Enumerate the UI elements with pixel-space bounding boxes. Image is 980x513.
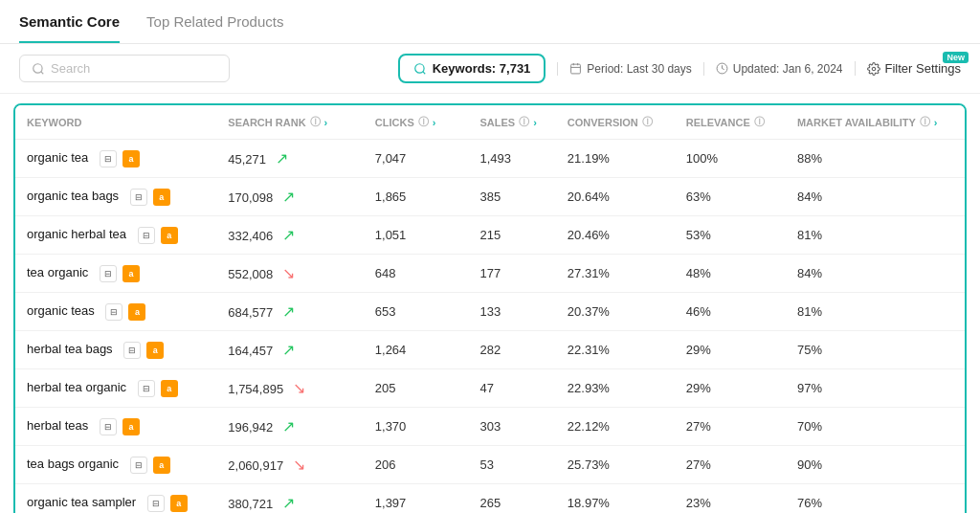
search-rank-cell: 1,754,895 ↘	[216, 369, 364, 408]
search-rank-cell: 170,098 ↗	[216, 178, 364, 216]
new-badge: New	[943, 52, 969, 63]
keyword-text: organic tea	[27, 150, 88, 165]
conversion-cell: 22.12%	[556, 408, 675, 446]
amazon-icon[interactable]: a	[161, 227, 178, 244]
clock-icon	[716, 62, 728, 75]
sales-cell: 47	[468, 369, 555, 408]
market-availability-cell: 81%	[786, 293, 965, 331]
market-availability-cell: 84%	[786, 255, 965, 293]
amazon-icon[interactable]: a	[122, 150, 140, 167]
relevance-cell: 29%	[675, 331, 786, 369]
top-nav: Semantic Core Top Related Products	[0, 0, 980, 44]
tab-semantic-core[interactable]: Semantic Core	[19, 13, 120, 43]
keyword-cell: organic tea ⊟ a	[15, 140, 216, 178]
trend-up-icon: ↗	[282, 495, 295, 511]
table-row: organic tea sampler ⊟ a 380,721 ↗ 1,397 …	[15, 484, 965, 514]
amazon-icon[interactable]: a	[146, 342, 164, 359]
amazon-icon[interactable]: a	[122, 418, 140, 435]
svg-rect-4	[571, 64, 581, 74]
col-relevance: RELEVANCE ⓘ	[675, 105, 786, 140]
table-row: herbal teas ⊟ a 196,942 ↗ 1,370 303 22.1…	[15, 408, 965, 446]
keyword-text: organic teas	[27, 303, 95, 318]
keyword-cell: tea bags organic ⊟ a	[15, 446, 216, 484]
col-clicks: CLICKS ⓘ ›	[364, 105, 469, 140]
amazon-icon[interactable]: a	[170, 495, 188, 512]
clicks-cell: 1,264	[364, 331, 469, 369]
table-row: herbal tea organic ⊟ a 1,754,895 ↘ 205 4…	[15, 369, 965, 408]
amazon-icon[interactable]: a	[161, 380, 178, 397]
market-availability-cell: 88%	[786, 140, 965, 178]
keyword-text: organic tea bags	[27, 189, 119, 203]
relevance-cell: 63%	[675, 178, 786, 216]
filter-icon[interactable]: ⊟	[100, 265, 117, 282]
clicks-cell: 648	[364, 255, 469, 293]
filter-icon[interactable]: ⊟	[130, 457, 147, 474]
rank-value: 196,942	[228, 420, 273, 435]
relevance-cell: 48%	[675, 255, 786, 293]
filter-icon[interactable]: ⊟	[100, 150, 117, 167]
calendar-icon	[569, 62, 582, 75]
svg-line-1	[41, 71, 44, 74]
market-availability-cell: 84%	[786, 178, 965, 216]
keyword-text: herbal teas	[27, 418, 88, 433]
keyword-cell: tea organic ⊟ a	[15, 255, 216, 293]
trend-up-icon: ↗	[282, 189, 295, 205]
svg-line-3	[422, 71, 425, 74]
rank-value: 332,406	[228, 229, 273, 243]
period-label: Period: Last 30 days	[557, 62, 691, 76]
conversion-cell: 18.97%	[556, 484, 675, 514]
filter-icon[interactable]: ⊟	[100, 418, 117, 435]
keywords-badge[interactable]: Keywords: 7,731	[398, 54, 546, 83]
search-placeholder: Search	[51, 61, 90, 76]
search-box[interactable]: Search	[19, 55, 230, 82]
conversion-cell: 22.31%	[556, 331, 675, 369]
table-row: organic tea ⊟ a 45,271 ↗ 7,047 1,493 21.…	[15, 140, 965, 178]
keyword-text: organic tea sampler	[27, 495, 136, 509]
rank-value: 2,060,917	[228, 458, 283, 473]
col-sales: SALES ⓘ ›	[468, 105, 555, 140]
filter-icon[interactable]: ⊟	[123, 342, 141, 359]
col-keyword: KEYWORD	[15, 105, 216, 140]
clicks-cell: 1,370	[364, 408, 469, 446]
relevance-cell: 27%	[675, 408, 786, 446]
relevance-cell: 27%	[675, 446, 786, 484]
svg-point-9	[872, 67, 876, 71]
keyword-text: herbal tea bags	[27, 342, 113, 356]
trend-up-icon: ↗	[282, 418, 295, 435]
filter-icon[interactable]: ⊟	[147, 495, 165, 512]
amazon-icon[interactable]: a	[153, 457, 170, 474]
clicks-cell: 7,047	[364, 140, 469, 178]
filter-icon[interactable]: ⊟	[105, 303, 122, 321]
filter-icon[interactable]: ⊟	[138, 380, 155, 397]
filter-icon[interactable]: ⊟	[138, 227, 155, 244]
keyword-text: herbal tea organic	[27, 380, 126, 394]
tab-top-related-products[interactable]: Top Related Products	[146, 13, 283, 43]
filter-settings-button[interactable]: Filter Settings New	[855, 61, 961, 76]
clicks-cell: 653	[364, 293, 469, 331]
amazon-icon[interactable]: a	[153, 189, 170, 206]
search-rank-cell: 380,721 ↗	[216, 484, 364, 514]
clicks-cell: 205	[364, 369, 469, 408]
clicks-cell: 1,397	[364, 484, 469, 514]
keyword-cell: organic tea sampler ⊟ a	[15, 484, 216, 514]
table-row: herbal tea bags ⊟ a 164,457 ↗ 1,264 282 …	[15, 331, 965, 369]
table-row: tea bags organic ⊟ a 2,060,917 ↘ 206 53 …	[15, 446, 965, 484]
table-row: organic teas ⊟ a 684,577 ↗ 653 133 20.37…	[15, 293, 965, 331]
keyword-text: tea bags organic	[27, 457, 119, 471]
relevance-cell: 53%	[675, 216, 786, 255]
rank-value: 164,457	[228, 344, 273, 358]
keyword-text: tea organic	[27, 265, 88, 279]
filter-icon[interactable]: ⊟	[130, 189, 147, 206]
conversion-cell: 25.73%	[556, 446, 675, 484]
amazon-icon[interactable]: a	[122, 265, 140, 282]
search-rank-cell: 684,577 ↗	[216, 293, 364, 331]
amazon-icon[interactable]: a	[128, 303, 145, 321]
sales-cell: 177	[468, 255, 555, 293]
svg-point-2	[414, 63, 423, 72]
rank-value: 552,008	[228, 267, 273, 281]
rank-value: 45,271	[228, 152, 266, 167]
sales-cell: 1,493	[468, 140, 555, 178]
keyword-cell: herbal tea organic ⊟ a	[15, 369, 216, 408]
sales-cell: 282	[468, 331, 555, 369]
market-availability-cell: 76%	[786, 484, 965, 514]
